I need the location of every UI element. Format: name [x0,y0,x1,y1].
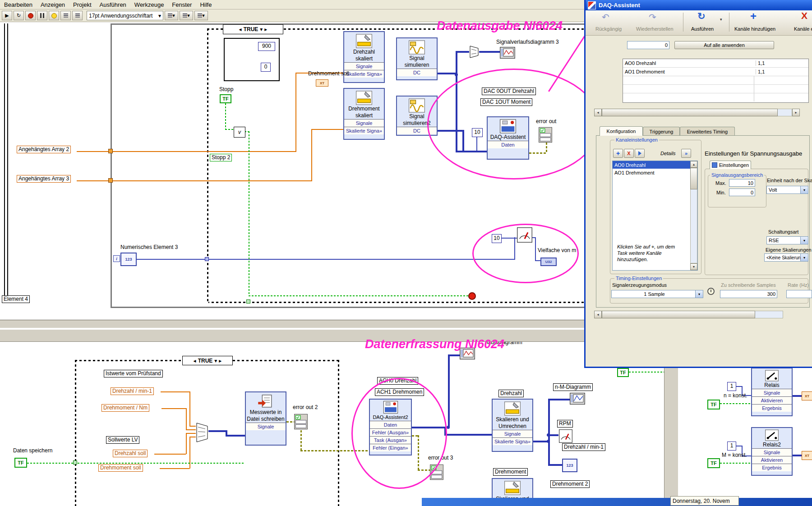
menu-werkzeuge[interactable]: Werkzeuge [130,1,168,8]
add-channel-button[interactable]: + [613,149,623,158]
table-row[interactable]: AO1 Drehmoment 1,1 [623,68,808,76]
vi-terminal-row[interactable]: Ergebnis [752,404,792,412]
waveform-chart-terminal-icon[interactable] [500,47,515,60]
numeric-tunnel[interactable] [205,257,209,261]
custom-scaling-combobox[interactable]: <Keine Skalierung> ▾ [764,253,808,262]
sollwerte-label[interactable]: Sollwerte LV [106,436,139,444]
channel-list-item[interactable]: AO1 Drehmoment [613,169,690,176]
vi-terminal-row[interactable]: Signale [752,389,792,396]
edge-tunnel-icon[interactable]: XT [802,391,812,400]
case-structure-border[interactable] [75,360,76,506]
case-next-icon[interactable]: ▸ [264,26,267,32]
istwerte-label[interactable]: Istwerte vom Prüfstand [104,370,163,377]
merge-signals-icon[interactable] [469,45,479,60]
loop-tunnel[interactable] [108,149,113,153]
scroll-up-button[interactable]: ▴ [690,161,697,168]
drehzahl-min-indicator-label[interactable]: Drehzahl / min-1 [562,443,605,451]
vi-terminal-row[interactable]: Skalierte Signa» [344,70,384,78]
menu-anzeigen[interactable]: Anzeigen [37,1,69,8]
stopp-boolean-terminal[interactable]: TF [220,94,231,103]
loop-stop-terminal[interactable] [468,292,476,300]
undo-button[interactable]: Rückgängig [595,26,622,32]
daten-speichern-boolean-terminal[interactable]: TF [14,458,27,468]
nm-diagramm-label[interactable]: n-M-Diagramm [553,383,593,391]
vi-terminal-row[interactable]: Signale [246,423,286,430]
table-row[interactable]: AO0 Drehzahl 1,1 [623,59,808,68]
xy-graph-terminal-icon[interactable] [570,392,585,407]
scroll-right-button[interactable]: ▸ [792,109,800,116]
vi-terminal-row[interactable]: Signale [344,119,384,127]
boolean-terminal[interactable]: TF [617,368,629,377]
vi-terminal-row[interactable]: Aktivieren [752,456,792,464]
scroll-down-button[interactable]: ▾ [690,263,697,270]
step-over-button[interactable] [72,11,83,20]
numeric-terminal-123[interactable]: 123 [562,459,577,472]
vi-terminal-row[interactable]: DC [397,69,437,76]
samples-input[interactable]: 300 [720,290,777,298]
numeric-constant-900[interactable]: 900 [258,42,275,51]
case-structure-border[interactable] [207,302,591,303]
loop-tunnel[interactable] [108,178,113,183]
drehmoment-nm-label[interactable]: Drehmoment / Nm [102,404,149,412]
circuit-combobox[interactable]: RSE ▾ [766,236,808,244]
menu-fenster[interactable]: Fenster [168,1,196,8]
menu-projekt[interactable]: Projekt [69,1,95,8]
table-row[interactable] [623,93,808,101]
scroll-left-button[interactable]: ◂ [594,311,602,318]
express-vi-relais[interactable]: Relais Signale Aktivieren Ergebnis [751,368,793,416]
boolean-tunnel[interactable] [73,460,77,465]
menu-ausfuehren[interactable]: Ausführen [96,1,130,8]
case-selector[interactable]: ◂ TRUE ▾ ▸ [223,24,283,34]
drehmoment-soll-label[interactable]: Drehmoment soll [98,464,143,472]
numeric-constant-1[interactable]: 1 [727,442,736,451]
add-channels-button[interactable]: Kanäle hinzufügen [734,26,775,32]
vi-terminal-row[interactable]: Signale [493,430,532,437]
min-input[interactable]: 0 [729,189,755,196]
unit-combobox[interactable]: Volt ▾ [766,186,808,194]
distribute-objects-button[interactable]: ▾ [180,11,193,20]
express-vi-skalieren[interactable]: Skalieren und Umrechnen Signale Skaliert… [492,399,533,452]
rpm-label[interactable]: RPM [557,420,573,428]
dynamic-data-terminal-icon[interactable]: XT [316,79,328,87]
express-vi-messwerte-schreiben[interactable]: Messwerte in Datei schreiben Signale [245,391,286,446]
case-structure-border[interactable] [338,360,339,506]
font-selector[interactable]: 17pt Anwendungsschriftart ▾ [87,11,163,20]
scrollbar-thumb[interactable] [690,168,697,189]
menu-hilfe[interactable]: Hilfe [196,1,216,8]
tab-triggerung[interactable]: Triggerung [643,127,680,136]
drehmoment-label[interactable]: Drehmoment [493,468,528,476]
vi-terminal-row[interactable]: Ergebnis [752,464,792,471]
drehzahl-min-label[interactable]: Drehzahl / min-1 [111,387,154,395]
table-row[interactable] [623,85,808,93]
scrollbar-thumb[interactable] [602,311,755,318]
or-gate-icon[interactable]: v [234,127,245,138]
rate-input[interactable] [786,290,812,298]
merge-signals-icon[interactable] [196,422,208,445]
scroll-left-button[interactable]: ◂ [594,109,602,116]
numeric-constant-0[interactable]: 0 [261,63,271,72]
generation-mode-combobox[interactable]: 1 Sample ▾ [611,290,703,298]
vi-terminal-row[interactable]: Signale [752,448,792,456]
error-cluster-icon[interactable] [294,413,308,432]
express-vi-signal-simulieren[interactable]: Signal simulieren DC [396,37,438,80]
case-prev-icon[interactable]: ◂ [194,358,196,364]
channel-table[interactable]: AO0 Drehzahl 1,1 AO1 Drehmoment 1,1 [623,59,809,103]
scrollbar-thumb[interactable] [602,109,778,116]
run-task-button[interactable]: Ausführen [691,26,714,32]
vi-terminal-row[interactable]: Aktivieren [752,396,792,404]
stopp2-label[interactable]: Stopp 2 [210,154,232,161]
highlight-execution-button[interactable] [49,11,59,20]
vi-terminal-row[interactable]: Skalierte Signa» [493,437,532,445]
menu-bearbeiten[interactable]: Bearbeiten [0,1,37,8]
gauge-icon[interactable] [558,429,573,445]
apply-value-input[interactable]: 0 [627,41,669,49]
step-into-button[interactable] [60,11,71,20]
abort-button[interactable] [25,11,36,20]
wizard-button[interactable] [635,149,645,158]
align-objects-button[interactable]: ▾ [165,11,178,20]
channel-list-item[interactable]: AO0 Drehzahl [613,161,690,169]
chevron-down-icon[interactable]: ▾ [214,358,217,364]
pause-button[interactable] [37,11,47,20]
drehzahl-soll-label[interactable]: Drehzahl soll [113,450,148,457]
chevron-down-icon[interactable]: ▾ [720,17,722,22]
